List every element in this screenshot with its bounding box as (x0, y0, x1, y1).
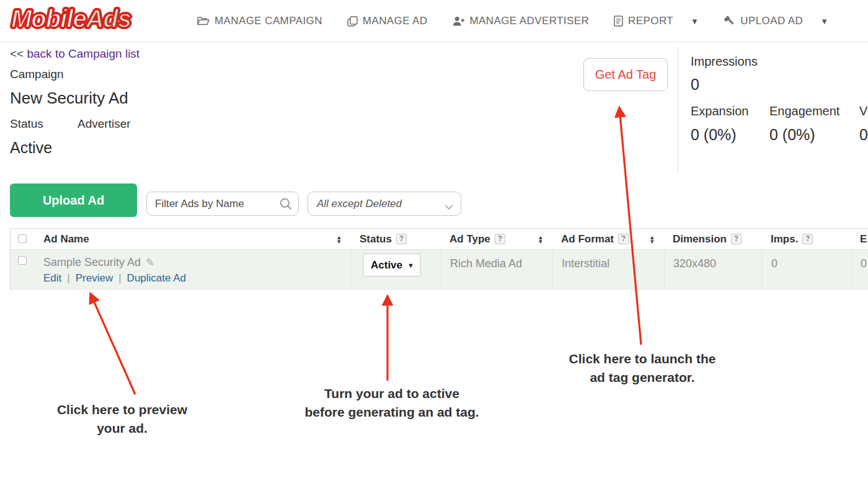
edit-link[interactable]: Edit (43, 272, 61, 284)
sort-icon[interactable]: ▴▾ (650, 235, 654, 244)
sort-down-arrow: ▾ (337, 239, 341, 244)
table-header-row: Ad Name ▴▾ Status ? Ad Type ? ▴▾ Ad Form… (11, 229, 868, 250)
ad-name-text: Sample Security Ad (43, 256, 141, 268)
user-plus-icon (453, 16, 465, 26)
nav-upload-ad[interactable]: UPLOAD AD ▼ (724, 15, 828, 27)
campaign-label: Campaign (10, 68, 64, 81)
annotation-ad-tag: Click here to launch the ad tag generato… (543, 350, 742, 387)
annotation-line: Turn your ad to active (280, 384, 503, 403)
impressions-label: Impressions (691, 55, 758, 69)
back-link-label: back to Campaign list (27, 47, 140, 60)
nav-label: MANAGE CAMPAIGN (215, 15, 322, 27)
column-label: Imps. (771, 233, 798, 246)
annotation-line: Click here to preview (35, 401, 209, 419)
help-icon[interactable]: ? (731, 234, 742, 244)
column-header-ad-name[interactable]: Ad Name (35, 229, 351, 249)
chevron-down-icon: ▼ (407, 262, 414, 269)
column-header-imps[interactable]: Imps. ? (762, 229, 851, 249)
copy-icon (347, 16, 358, 27)
annotation-line: ad tag generator. (543, 368, 742, 387)
nav-label: UPLOAD AD (740, 15, 803, 27)
ads-table: Ad Name ▴▾ Status ? Ad Type ? ▴▾ Ad Form… (10, 228, 868, 290)
filter-ads-input[interactable] (146, 192, 299, 216)
pipe-separator: | (118, 272, 121, 284)
help-icon[interactable]: ? (802, 234, 813, 244)
annotation-line: Click here to launch the (543, 350, 742, 368)
main-nav: MANAGE CAMPAIGN MANAGE AD MANAGE ADVERTI… (197, 0, 829, 42)
column-header-ad-format[interactable]: Ad Format ? (552, 229, 664, 249)
logo-part-ads: Ads (86, 5, 131, 32)
impressions-value: 0 (691, 76, 699, 94)
chevron-down-icon (445, 201, 453, 213)
ad-type-cell: Rich Media Ad (441, 250, 552, 290)
nav-label: REPORT (628, 15, 673, 27)
arrow-to-preview (91, 294, 135, 394)
column-header-status[interactable]: Status ? (351, 229, 441, 249)
column-label: Ad Name (43, 233, 89, 246)
engagement-value: 0 (0%) (769, 126, 815, 144)
column-header-dimension[interactable]: Dimension ? (664, 229, 762, 249)
preview-link[interactable]: Preview (76, 272, 113, 284)
annotation-active: Turn your ad to active before generating… (280, 384, 503, 422)
imps-cell: 0 (762, 250, 851, 290)
nav-manage-advertiser[interactable]: MANAGE ADVERTISER (453, 15, 590, 27)
column-header-ad-type[interactable]: Ad Type ? (441, 229, 552, 249)
chevron-down-icon[interactable]: ▼ (820, 17, 828, 26)
mobileads-logo[interactable]: MobileAds (11, 5, 131, 33)
annotation-preview: Click here to preview your ad. (35, 401, 209, 438)
status-filter-dropdown[interactable]: All except Deleted (308, 192, 461, 216)
row-checkbox[interactable] (18, 256, 27, 265)
get-ad-tag-button[interactable]: Get Ad Tag (583, 58, 668, 91)
status-label: Status (10, 117, 43, 131)
back-to-campaign-list-link[interactable]: << back to Campaign list (10, 47, 140, 61)
nav-report[interactable]: REPORT ▼ (614, 15, 699, 27)
help-icon[interactable]: ? (495, 234, 505, 244)
upload-ad-button[interactable]: Upload Ad (10, 184, 137, 217)
table-row: Sample Security Ad✎ Edit|Preview|Duplica… (11, 250, 868, 290)
back-arrows: << (10, 47, 24, 60)
campaign-name: New Security Ad (10, 89, 128, 108)
edit-pencil-icon[interactable]: ✎ (146, 257, 154, 268)
chevron-down-icon[interactable]: ▼ (691, 17, 699, 26)
duplicate-ad-link[interactable]: Duplicate Ad (127, 272, 186, 284)
annotation-line: before generating an ad tag. (280, 403, 503, 422)
nav-manage-campaign[interactable]: MANAGE CAMPAIGN (197, 15, 322, 27)
folder-open-icon (197, 16, 210, 26)
sort-down-arrow: ▾ (539, 239, 542, 244)
select-all-checkbox[interactable] (18, 234, 27, 243)
advertiser-label: Advertiser (78, 117, 131, 131)
help-icon[interactable]: ? (618, 234, 629, 244)
clipped-stat-value: 0 (859, 126, 868, 144)
clipped-cell: 0 (851, 250, 868, 290)
column-label: Ad Format (561, 233, 614, 246)
status-cell: Active ▼ (351, 250, 441, 290)
ad-name-cell: Sample Security Ad✎ Edit|Preview|Duplica… (35, 250, 351, 290)
annotation-line: your ad. (35, 419, 209, 438)
search-icon[interactable] (279, 197, 293, 213)
stats-divider (678, 46, 678, 174)
report-icon (614, 15, 623, 27)
sort-down-arrow: ▾ (650, 239, 654, 244)
row-actions: Edit|Preview|Duplicate Ad (43, 272, 351, 285)
column-label: E (860, 233, 867, 246)
row-status-value: Active (371, 259, 402, 272)
filter-ads-field (146, 192, 299, 216)
sort-icon[interactable]: ▴▾ (539, 235, 542, 244)
status-filter-value: All except Deleted (317, 198, 402, 210)
expansion-value: 0 (0%) (691, 126, 737, 144)
help-icon[interactable]: ? (396, 234, 407, 244)
sort-icon[interactable]: ▴▾ (337, 235, 341, 244)
campaign-status-value: Active (10, 139, 52, 157)
arrow-to-get-ad-tag (619, 108, 641, 345)
logo-part-mobile: Mobile (11, 5, 86, 32)
column-label: Status (360, 233, 392, 246)
column-header-clipped[interactable]: E (851, 229, 868, 249)
nav-label: MANAGE AD (363, 15, 428, 27)
expansion-label: Expansion (691, 104, 748, 118)
dimension-cell: 320x480 (664, 250, 762, 290)
nav-manage-ad[interactable]: MANAGE AD (347, 15, 428, 27)
nav-label: MANAGE ADVERTISER (470, 15, 590, 27)
page: MobileAds MANAGE CAMPAIGN MANAGE AD MANA… (0, 0, 868, 478)
column-label: Dimension (673, 233, 727, 246)
row-status-dropdown[interactable]: Active ▼ (363, 254, 421, 277)
